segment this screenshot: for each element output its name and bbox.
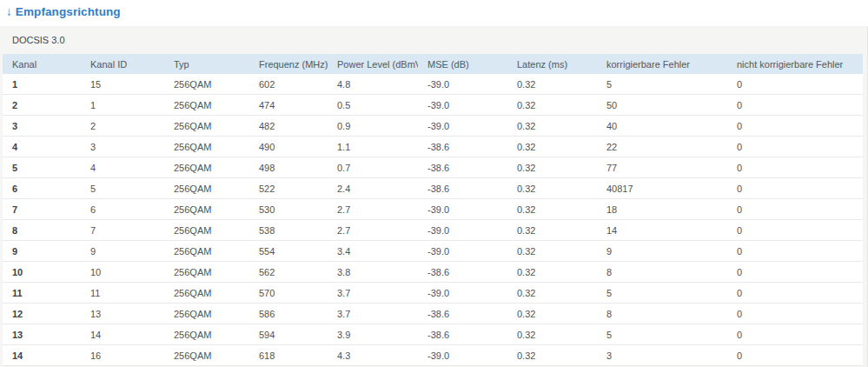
table-cell: 0.32	[507, 137, 597, 157]
table-cell: 9	[81, 241, 164, 262]
table-cell: 256QAM	[164, 345, 249, 366]
table-cell: 256QAM	[164, 95, 249, 116]
table-cell: 11	[3, 283, 81, 304]
table-cell: 0	[727, 116, 863, 137]
table-cell: -39.0	[418, 74, 507, 95]
table-cell: 554	[249, 241, 328, 262]
table-cell: 0	[727, 74, 863, 95]
table-cell: 10	[3, 262, 81, 283]
table-row: 1111256QAM5703.7-39.00.3250	[3, 283, 863, 304]
table-cell: -38.6	[418, 178, 507, 199]
column-header-3: Typ	[164, 54, 249, 74]
table-cell: 2	[3, 95, 81, 116]
table-row: 1213256QAM5863.7-38.60.3280	[3, 304, 863, 324]
table-cell: 6	[3, 178, 81, 199]
table-cell: -38.6	[418, 137, 507, 157]
table-cell: 256QAM	[164, 199, 249, 220]
table-cell: 594	[249, 324, 328, 345]
section-title[interactable]: ↓Empfangsrichtung	[0, 0, 868, 26]
table-cell: 0.7	[328, 157, 418, 178]
table-cell: 6	[81, 199, 164, 220]
table-row: 65256QAM5222.4-38.60.32408170	[3, 178, 863, 199]
table-cell: 0	[727, 324, 863, 345]
table-row: 115256QAM6024.8-39.00.3250	[3, 74, 863, 95]
table-cell: 3.7	[328, 283, 418, 304]
table-cell: 7	[81, 220, 164, 241]
table-cell: 0	[727, 199, 863, 220]
table-cell: 7	[3, 199, 81, 220]
table-cell: 256QAM	[164, 262, 249, 283]
table-header-row: KanalKanal IDTypFrequenz (MHz)Power Leve…	[3, 54, 863, 74]
table-cell: 530	[249, 199, 328, 220]
table-cell: 538	[249, 220, 328, 241]
table-row: 1314256QAM5943.9-38.60.3250	[3, 324, 863, 345]
table-row: 76256QAM5302.7-39.00.32180	[3, 199, 863, 220]
table-cell: 14	[81, 324, 164, 345]
table-cell: 0.32	[507, 95, 597, 116]
table-cell: -39.0	[418, 199, 507, 220]
column-header-9: nicht korrigierbare Fehler	[727, 54, 863, 74]
table-cell: 256QAM	[164, 157, 249, 178]
table-row: 87256QAM5382.7-39.00.32140	[3, 220, 863, 241]
table-cell: 2.7	[328, 220, 418, 241]
column-header-6: MSE (dB)	[418, 54, 507, 74]
table-cell: 490	[249, 137, 328, 157]
table-cell: 602	[249, 74, 328, 95]
table-cell: 50	[597, 95, 727, 116]
table-cell: 14	[597, 220, 727, 241]
table-cell: 18	[597, 199, 727, 220]
table-cell: 256QAM	[164, 220, 249, 241]
table-cell: 1	[81, 95, 164, 116]
table-row: 43256QAM4901.1-38.60.32220	[3, 137, 863, 157]
table-cell: 0.32	[507, 241, 597, 262]
table-cell: 0.32	[507, 304, 597, 324]
table-cell: 5	[3, 157, 81, 178]
table-cell: 8	[597, 262, 727, 283]
table-cell: 0.32	[507, 199, 597, 220]
table-cell: 498	[249, 157, 328, 178]
table-cell: -39.0	[418, 95, 507, 116]
table-cell: 0	[727, 178, 863, 199]
table-cell: 0.32	[507, 324, 597, 345]
table-cell: 15	[81, 74, 164, 95]
table-cell: 0.32	[507, 220, 597, 241]
column-header-7: Latenz (ms)	[507, 54, 597, 74]
table-cell: 4.3	[328, 345, 418, 366]
table-cell: 3	[597, 345, 727, 366]
table-cell: 0.32	[507, 262, 597, 283]
column-header-4: Frequenz (MHz)	[249, 54, 328, 74]
table-cell: 0	[727, 137, 863, 157]
table-cell: 522	[249, 178, 328, 199]
table-cell: 482	[249, 116, 328, 137]
table-cell: -38.6	[418, 324, 507, 345]
column-header-8: korrigierbare Fehler	[597, 54, 727, 74]
table-row: 54256QAM4980.7-38.60.32770	[3, 157, 863, 178]
table-cell: 0	[727, 304, 863, 324]
table-cell: 256QAM	[164, 137, 249, 157]
table-cell: 9	[3, 241, 81, 262]
table-cell: -38.6	[418, 157, 507, 178]
table-row: 99256QAM5543.4-39.00.3290	[3, 241, 863, 262]
table-cell: 2	[81, 116, 164, 137]
table-cell: 5	[597, 74, 727, 95]
table-cell: 0	[727, 262, 863, 283]
table-cell: 256QAM	[164, 283, 249, 304]
table-cell: 618	[249, 345, 328, 366]
table-cell: 0.32	[507, 283, 597, 304]
table-cell: 3	[81, 137, 164, 157]
table-cell: 5	[597, 283, 727, 304]
channel-table: KanalKanal IDTypFrequenz (MHz)Power Leve…	[3, 54, 863, 366]
table-cell: 13	[81, 304, 164, 324]
table-cell: 474	[249, 95, 328, 116]
table-cell: 0.32	[507, 157, 597, 178]
table-cell: -39.0	[418, 220, 507, 241]
table-row: 1416256QAM6184.3-39.00.3230	[3, 345, 863, 366]
column-header-1: Kanal	[3, 54, 81, 74]
table-cell: -38.6	[418, 304, 507, 324]
table-cell: -39.0	[418, 283, 507, 304]
table-body: 115256QAM6024.8-39.00.325021256QAM4740.5…	[3, 74, 863, 366]
table-cell: 4	[81, 157, 164, 178]
docsis-panel: DOCSIS 3.0 KanalKanal IDTypFrequenz (MHz…	[0, 26, 868, 367]
table-cell: 0.5	[328, 95, 418, 116]
table-cell: 0	[727, 95, 863, 116]
